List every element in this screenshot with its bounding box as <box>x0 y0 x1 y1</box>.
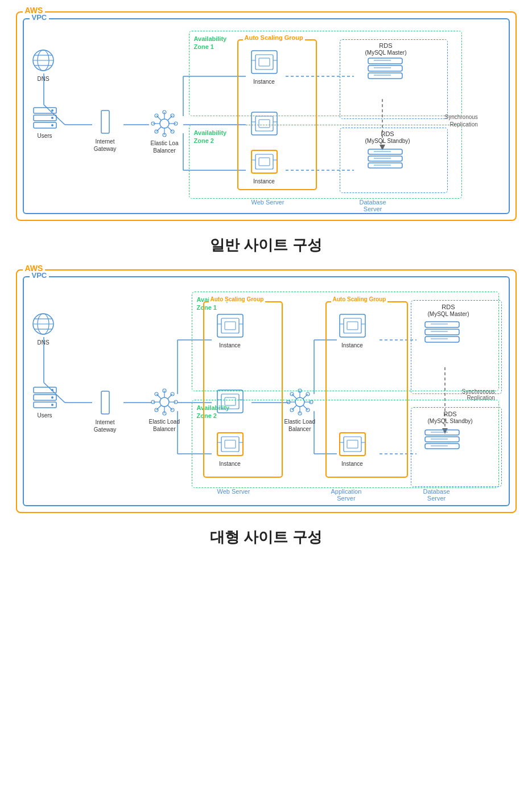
users-label-1: Users <box>37 132 52 140</box>
app-server-label-2: ApplicationServer <box>331 488 362 497</box>
svg-rect-166 <box>344 437 361 452</box>
rds-standby-icon-2 <box>422 428 462 454</box>
db-server-label-1: DatabaseServer <box>360 199 386 205</box>
users-icon-2 <box>31 384 59 410</box>
svg-point-97 <box>51 404 53 406</box>
instance-icon-top-1 <box>249 48 280 76</box>
elb-icon-1 <box>149 109 180 138</box>
instance-icon-tl-2 <box>215 311 246 340</box>
instance-top-1: Instance <box>249 48 280 85</box>
instance-icon-ml-2 <box>215 387 246 416</box>
svg-rect-156 <box>221 437 239 452</box>
rds-standby-icon-1 <box>365 147 405 173</box>
db-icon-standby-1 <box>365 147 405 173</box>
svg-line-32 <box>168 116 172 120</box>
rds-master-icon-1 <box>365 56 405 85</box>
svg-rect-65 <box>255 154 273 169</box>
svg-rect-118 <box>425 337 459 342</box>
instance-icon-bl-2 <box>215 430 246 458</box>
svg-rect-24 <box>101 110 109 133</box>
igw-label-1: InternetGateway <box>94 138 116 153</box>
elb1-label-2: Elastic LoadBalancer <box>149 418 180 433</box>
users-icon-container-2: Users <box>31 384 59 419</box>
rds-master-label-1: RDS(MySQL Master) <box>365 42 407 56</box>
instance-label-bottom-1: Instance <box>253 178 275 185</box>
svg-point-21 <box>51 109 53 112</box>
svg-point-96 <box>51 396 53 399</box>
svg-rect-152 <box>225 397 236 405</box>
svg-point-95 <box>51 389 53 391</box>
instance-icon-mid-1 <box>249 109 280 138</box>
instance-tr-2: Instance <box>337 311 368 349</box>
instance-label-bl-2: Instance <box>219 460 241 467</box>
svg-rect-56 <box>259 58 270 66</box>
svg-line-30 <box>156 116 161 120</box>
rds-standby-label-1: RDS(MySQL Standby) <box>365 130 410 144</box>
sync-replication-label-2: SynchronousReplication <box>462 388 495 401</box>
igw-icon-1 <box>91 108 119 136</box>
svg-rect-157 <box>225 440 236 448</box>
dns-label-2: DNS <box>37 339 49 346</box>
svg-rect-167 <box>347 440 358 448</box>
svg-point-23 <box>51 124 53 126</box>
instance-label-tl-2: Instance <box>219 342 241 349</box>
diagram1-area: DNS Users <box>30 25 503 207</box>
rds-master-label-2: RDS(MySQL Master) <box>428 304 469 317</box>
svg-line-134 <box>303 405 308 410</box>
instance-icon-bottom-1 <box>249 147 280 176</box>
svg-rect-66 <box>259 158 270 166</box>
aws-box-1: AWS VPC <box>16 11 517 221</box>
dns-icon-1 <box>31 48 56 73</box>
instance-br-2: Instance <box>337 430 368 467</box>
vpc-label-2: VPC <box>30 271 50 280</box>
instance-tl-2: Instance <box>215 311 246 349</box>
asg2-label-2: Auto Scaling Group <box>331 296 388 302</box>
dns-icon-container-1: DNS <box>31 48 56 83</box>
dns-label-1: DNS <box>37 75 49 83</box>
asg-label-1: Auto Scaling Group <box>243 34 305 41</box>
instance-icon-tr-2 <box>337 311 368 340</box>
az2-label-1: AvailabilityZone 2 <box>194 129 227 145</box>
igw-label-2: InternetGateway <box>94 419 116 433</box>
svg-point-25 <box>160 119 169 128</box>
svg-rect-61 <box>259 120 270 128</box>
vpc-box-1: VPC <box>23 18 510 214</box>
dns-icon-2 <box>31 311 56 337</box>
svg-rect-98 <box>101 391 109 414</box>
instance-bottom-1: Instance <box>249 147 280 185</box>
elb-icon-container-1: Elastic LoaBalancer <box>149 109 180 154</box>
svg-rect-116 <box>425 322 459 327</box>
svg-rect-162 <box>347 322 358 330</box>
svg-line-106 <box>168 394 172 399</box>
caption-2: 대형 사이트 구성 <box>210 527 321 547</box>
vpc-label-1: VPC <box>30 13 50 22</box>
db-server-label-2: DatabaseServer <box>423 488 450 497</box>
svg-line-105 <box>168 405 172 410</box>
igw-icon-2 <box>91 388 119 417</box>
svg-line-33 <box>156 127 161 132</box>
instance-label-top-1: Instance <box>253 78 275 85</box>
svg-rect-151 <box>221 394 239 409</box>
instance-ml-2 <box>215 387 246 416</box>
svg-line-136 <box>292 405 296 410</box>
elb2-label-2: Elastic LoadBalancer <box>284 418 315 433</box>
elb2-icon-2 <box>286 388 314 416</box>
igw-icon-container-1: InternetGateway <box>91 108 119 153</box>
aws-box-2: AWS VPC <box>16 269 517 513</box>
dns-icon-container-2: DNS <box>31 311 56 346</box>
db-icon-standby-2 <box>422 428 462 454</box>
elb-label-1: Elastic LoaBalancer <box>151 140 179 154</box>
instance-icon-br-2 <box>337 430 368 458</box>
instance-label-br-2: Instance <box>341 460 363 467</box>
elb2-icon-container-2: Elastic LoadBalancer <box>284 388 315 433</box>
db-icon-master-2 <box>422 320 462 348</box>
svg-line-107 <box>156 405 161 410</box>
rds-master-icon-2 <box>422 320 462 348</box>
svg-line-135 <box>303 394 308 399</box>
svg-rect-42 <box>368 58 402 64</box>
instance-label-tr-2: Instance <box>341 342 363 349</box>
svg-line-104 <box>156 394 161 399</box>
asg1-label-2: Auto Scaling Group <box>209 296 266 302</box>
elb1-icon-container-2: Elastic LoadBalancer <box>149 388 180 433</box>
svg-point-128 <box>295 397 304 407</box>
